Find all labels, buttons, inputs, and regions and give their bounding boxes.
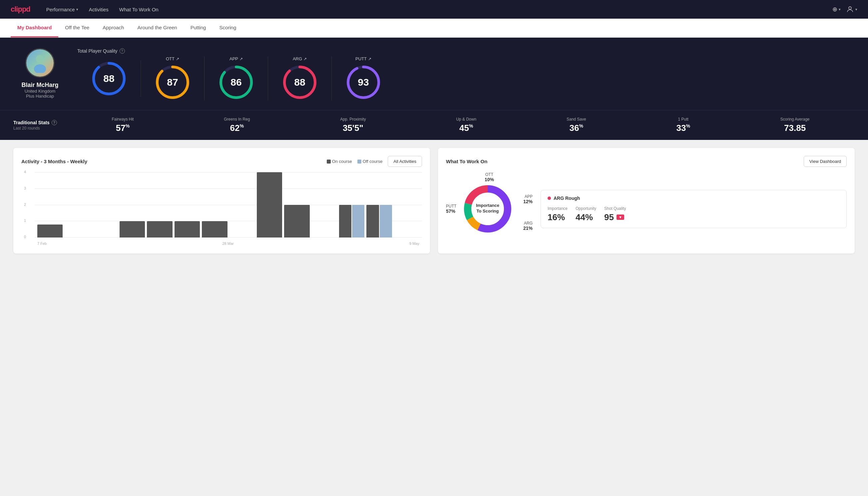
all-activities-button[interactable]: All Activities	[388, 156, 422, 167]
svg-point-0	[849, 7, 851, 9]
tab-putting[interactable]: Putting	[184, 19, 213, 37]
ott-trend-icon: ↗	[176, 57, 179, 61]
add-button[interactable]: ⊕ ▾	[832, 6, 841, 13]
bar-group-6	[202, 221, 227, 237]
importance-value: 16%	[548, 212, 568, 222]
ott-label-text: OTT	[166, 56, 175, 61]
bar-group-12	[366, 205, 392, 237]
svg-point-2	[34, 64, 46, 73]
chevron-down-icon: ▾	[76, 7, 78, 12]
bar-on-8	[257, 172, 282, 237]
donut-svg: Importance To Scoring	[459, 181, 516, 237]
putt-circle: 93	[345, 64, 382, 100]
app-label: APP ↗	[230, 56, 243, 61]
tab-scoring[interactable]: Scoring	[212, 19, 243, 37]
score-arg: ARG ↗ 88	[268, 56, 332, 100]
info-box-category: ARG Rough	[554, 196, 580, 201]
activity-card-title: Activity - 3 Months - Weekly	[21, 158, 87, 164]
chart-legend: On course Off course	[327, 159, 383, 164]
player-info: Blair McHarg United Kingdom Plus Handica…	[13, 48, 67, 98]
app-label-text: APP	[230, 56, 238, 61]
ott-circle: 87	[154, 64, 191, 100]
ott-score-value: 87	[167, 77, 178, 88]
player-handicap: Plus Handicap	[26, 94, 54, 98]
score-total: 88	[77, 60, 141, 97]
app-logo: clippd	[11, 5, 30, 14]
total-circle: 88	[91, 60, 127, 97]
opportunity-label: Opportunity	[575, 206, 596, 211]
info-metric-importance: Importance 16%	[548, 206, 568, 222]
shot-quality-badge: ▼	[617, 215, 624, 220]
stat-scoring-average: Scoring Average 73.85	[780, 117, 810, 133]
bar-on-0	[37, 224, 63, 237]
x-axis-labels: 7 Feb 28 Mar 9 May	[35, 242, 422, 246]
arg-circle: 88	[282, 64, 318, 100]
x-label-mar: 28 Mar	[222, 242, 234, 246]
nav-activities-label: Activities	[89, 7, 109, 12]
avatar-person-icon	[30, 53, 50, 73]
svg-point-1	[36, 55, 44, 63]
stat-fairways-hit: Fairways Hit 57%	[112, 117, 133, 133]
trad-stats-title-text: Traditional Stats	[13, 120, 50, 125]
trad-stats-label: Traditional Stats ? Last 20 rounds	[13, 120, 67, 130]
bar-on-4	[147, 221, 172, 237]
stat-sand-save: Sand Save 36%	[567, 117, 586, 133]
stat-scoring-average-label: Scoring Average	[780, 117, 810, 122]
bar-on-11	[339, 205, 351, 237]
tabs-bar: My Dashboard Off the Tee Approach Around…	[0, 19, 868, 37]
activity-card-header: Activity - 3 Months - Weekly On course O…	[21, 156, 422, 167]
stat-up-and-down-value: 45%	[459, 123, 473, 133]
user-chevron-icon: ▾	[855, 7, 857, 12]
add-chevron-icon: ▾	[839, 7, 841, 12]
shot-quality-label: Shot Quality	[604, 206, 626, 211]
scores-section: Total Player Quality ? 88	[77, 48, 855, 100]
stat-app-proximity-label: App. Proximity	[340, 117, 366, 122]
tab-off-the-tee[interactable]: Off the Tee	[58, 19, 96, 37]
arg-donut-label: ARG 21%	[523, 221, 533, 231]
nav-right-actions: ⊕ ▾ ▾	[832, 5, 857, 13]
arg-trend-icon: ↗	[303, 57, 307, 61]
stat-items: Fairways Hit 57% Greens In Reg 62% App. …	[67, 117, 855, 133]
avatar-image	[26, 49, 53, 77]
tab-around-the-green[interactable]: Around the Green	[130, 19, 184, 37]
stat-one-putt: 1 Putt 33%	[676, 117, 690, 133]
bar-on-3	[120, 221, 145, 237]
user-icon	[846, 5, 854, 13]
help-icon[interactable]: ?	[120, 48, 125, 53]
svg-text:Importance: Importance	[476, 203, 499, 208]
activity-chart-card: Activity - 3 Months - Weekly On course O…	[13, 148, 430, 253]
plus-circle-icon: ⊕	[832, 6, 837, 13]
putt-label-text: PUTT	[356, 56, 367, 61]
stat-up-and-down-label: Up & Down	[456, 117, 476, 122]
user-menu-button[interactable]: ▾	[846, 5, 857, 13]
legend-off-course: Off course	[358, 159, 383, 164]
on-course-legend-label: On course	[332, 159, 352, 164]
bar-group-4	[147, 221, 172, 237]
bar-group-5	[175, 221, 200, 237]
stat-up-and-down: Up & Down 45%	[456, 117, 476, 133]
x-label-may: 9 May	[409, 242, 419, 246]
tab-approach[interactable]: Approach	[96, 19, 130, 37]
x-label-feb: 7 Feb	[37, 242, 47, 246]
pink-dot-icon	[548, 197, 551, 200]
app-score-value: 86	[231, 77, 241, 88]
trad-stats-help-icon[interactable]: ?	[52, 120, 57, 125]
tab-my-dashboard[interactable]: My Dashboard	[11, 19, 58, 37]
on-course-legend-dot	[327, 159, 331, 164]
svg-text:To Scoring: To Scoring	[477, 208, 499, 214]
score-ott: OTT ↗ 87	[141, 56, 205, 100]
info-box-metrics: Importance 16% Opportunity 44% Shot Qual…	[548, 206, 840, 222]
app-circle: 86	[218, 64, 254, 100]
player-country: United Kingdom	[25, 89, 56, 94]
view-dashboard-button[interactable]: View Dashboard	[804, 156, 847, 167]
nav-performance[interactable]: Performance ▾	[46, 5, 78, 14]
arg-label: ARG ↗	[293, 56, 307, 61]
work-card-header: What To Work On View Dashboard	[446, 156, 847, 167]
stat-greens-in-reg-label: Greens In Reg	[224, 117, 250, 122]
nav-activities[interactable]: Activities	[89, 5, 109, 14]
player-avatar	[25, 48, 54, 78]
bars-area	[35, 172, 422, 237]
trad-stats-subtitle: Last 20 rounds	[13, 126, 67, 130]
hero-top: Blair McHarg United Kingdom Plus Handica…	[13, 48, 855, 100]
nav-what-to-work-on[interactable]: What To Work On	[119, 5, 159, 14]
